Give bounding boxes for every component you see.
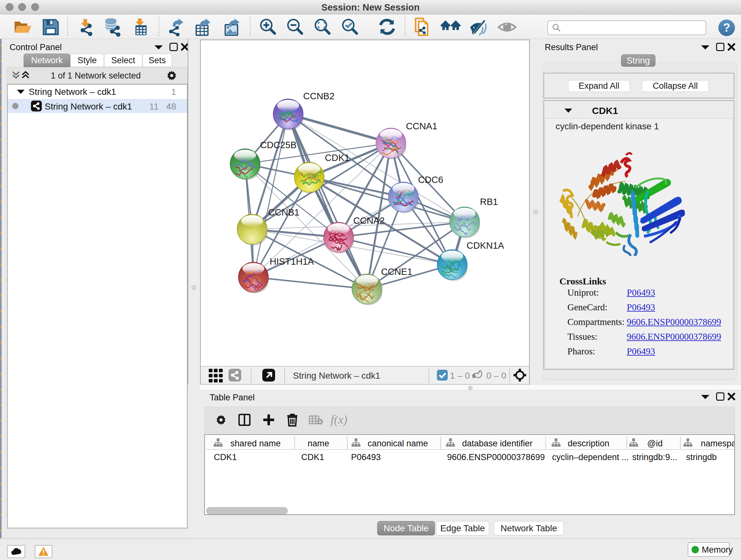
svg-text:RB1: RB1 (480, 197, 498, 207)
svg-text:CCNB2: CCNB2 (303, 91, 334, 101)
svg-text:CCNB1: CCNB1 (268, 207, 299, 217)
svg-text:CCNE1: CCNE1 (381, 266, 412, 277)
svg-text:CDC25B: CDC25B (260, 140, 296, 150)
svg-text:CDC6: CDC6 (418, 175, 443, 185)
svg-text:CCNA1: CCNA1 (406, 121, 437, 131)
svg-text:CCNA2: CCNA2 (353, 215, 385, 226)
svg-text:CDKN1A: CDKN1A (467, 240, 504, 251)
svg-text:HIST1H1A: HIST1H1A (270, 256, 314, 266)
svg-text:CDK1: CDK1 (325, 152, 349, 163)
